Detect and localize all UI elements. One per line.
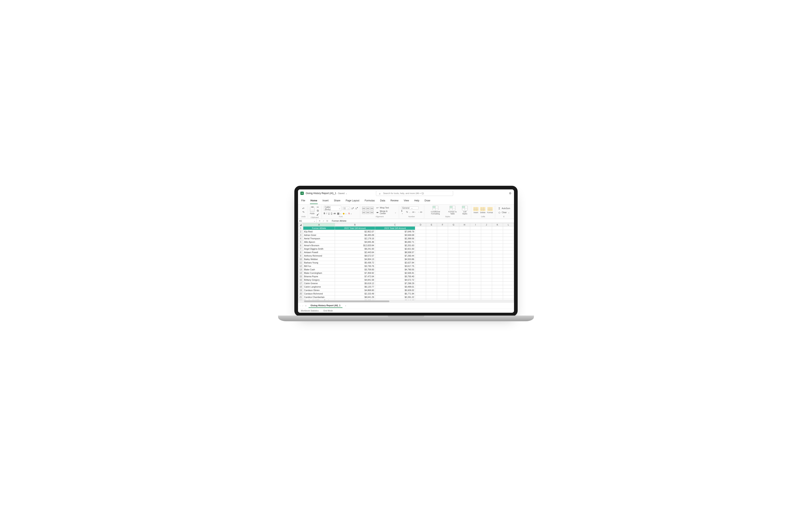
cell[interactable] (503, 282, 514, 285)
row-header[interactable]: 17 (298, 282, 303, 285)
cell[interactable]: $4,790.55 (375, 268, 415, 271)
cell[interactable] (459, 275, 470, 278)
cell[interactable] (503, 244, 514, 247)
workbook-statistics-button[interactable]: Workbook Statistics (301, 310, 319, 312)
cell[interactable] (481, 261, 492, 265)
format-cells-button[interactable]: Format (487, 207, 493, 214)
cell[interactable] (415, 282, 426, 285)
cell[interactable]: $5,926.02 (375, 289, 415, 292)
cell[interactable] (426, 258, 437, 261)
cell[interactable] (459, 292, 470, 295)
cell[interactable]: $8,506.57 (375, 251, 415, 254)
cell-styles-button[interactable]: Cell Styles (461, 206, 469, 215)
cell[interactable] (448, 292, 459, 295)
delete-cells-button[interactable]: Delete (480, 207, 486, 214)
cell[interactable] (470, 244, 481, 247)
column-header-B[interactable]: B (335, 223, 375, 227)
cell[interactable] (426, 282, 437, 285)
row-header[interactable]: 9 (298, 254, 303, 258)
cell[interactable] (437, 261, 448, 265)
cell[interactable] (448, 268, 459, 271)
cell[interactable] (415, 271, 426, 275)
cell[interactable] (437, 289, 448, 292)
cell[interactable]: Antawn Powell (303, 251, 335, 254)
increase-decimal-button[interactable]: .00→ (412, 211, 416, 213)
cell[interactable] (492, 251, 503, 254)
menu-review[interactable]: Review (390, 198, 399, 204)
cell[interactable] (437, 230, 448, 233)
cell[interactable] (459, 282, 470, 285)
column-header-E[interactable]: E (426, 223, 437, 227)
cell[interactable]: $2,281.22 (375, 295, 415, 299)
cell[interactable] (415, 258, 426, 261)
column-header-K[interactable]: K (492, 223, 503, 227)
cell[interactable] (492, 247, 503, 251)
cell[interactable] (426, 251, 437, 254)
cell[interactable] (459, 244, 470, 247)
autosum-button[interactable]: ΣAutoSum (497, 207, 511, 210)
cell[interactable]: $3,617.75 (375, 265, 415, 268)
cell[interactable] (459, 295, 470, 299)
row-header[interactable]: 21 (298, 295, 303, 299)
cell[interactable]: A'ja Reid (303, 230, 335, 233)
cell[interactable] (481, 258, 492, 261)
row-header[interactable]: 6 (298, 244, 303, 247)
cell[interactable] (415, 295, 426, 299)
cell[interactable] (492, 240, 503, 244)
cell[interactable] (492, 289, 503, 292)
cell[interactable] (459, 285, 470, 289)
menu-file[interactable]: File (301, 198, 306, 204)
cell[interactable]: $3,569.08 (375, 233, 415, 237)
cell[interactable] (492, 258, 503, 261)
conditional-formatting-button[interactable]: Conditional Formatting (426, 206, 444, 215)
cell[interactable]: Allie Ajavon (303, 240, 335, 244)
cell[interactable]: $2,179.16 (335, 237, 375, 240)
cell[interactable] (448, 254, 459, 258)
cell[interactable] (459, 237, 470, 240)
cell[interactable] (448, 278, 459, 282)
cell[interactable] (481, 230, 492, 233)
cell[interactable] (503, 233, 514, 237)
column-header-F[interactable]: F (437, 223, 448, 227)
cell[interactable] (437, 292, 448, 295)
cell[interactable] (415, 278, 426, 282)
prev-sheet-button[interactable]: ‹ (300, 304, 300, 307)
column-header-G[interactable]: G (448, 223, 459, 227)
cell[interactable] (492, 275, 503, 278)
cell[interactable]: Calvin Greene (303, 282, 335, 285)
font-size-select[interactable]: 11⌄ (343, 207, 350, 210)
cell[interactable]: $7,649.79 (375, 230, 415, 233)
cell[interactable] (481, 233, 492, 237)
cell[interactable] (470, 237, 481, 240)
menu-insert[interactable]: Insert (322, 198, 329, 204)
cell[interactable] (437, 275, 448, 278)
cell[interactable] (470, 289, 481, 292)
cell[interactable] (503, 261, 514, 265)
cell[interactable] (426, 244, 437, 247)
row-header[interactable]: 12 (298, 265, 303, 268)
cell[interactable] (503, 285, 514, 289)
cell[interactable] (437, 265, 448, 268)
number-format-select[interactable]: General⌄ (401, 207, 419, 210)
bold-button[interactable]: B (324, 212, 325, 215)
cell[interactable] (481, 268, 492, 271)
cell[interactable] (481, 285, 492, 289)
cell[interactable] (415, 275, 426, 278)
double-underline-button[interactable]: D (331, 212, 332, 215)
cell[interactable]: Candace Obrien (303, 289, 335, 292)
cell[interactable]: Calvin Langhorne (303, 285, 335, 289)
name-box[interactable]: A1⌄ (298, 219, 317, 223)
cell[interactable]: $2,399.56 (375, 237, 415, 240)
cell[interactable] (492, 278, 503, 282)
cell[interactable] (448, 244, 459, 247)
cell[interactable] (426, 295, 437, 299)
row-header[interactable]: 15 (298, 275, 303, 278)
cell[interactable] (437, 247, 448, 251)
row-header[interactable]: 5 (298, 240, 303, 244)
cell[interactable]: $5,618.12 (335, 282, 375, 285)
cell[interactable] (415, 230, 426, 233)
column-header-I[interactable]: I (470, 223, 481, 227)
cell[interactable] (448, 240, 459, 244)
all-sheets-button[interactable]: ≡ (305, 304, 306, 307)
cell[interactable]: $2,443.64 (335, 251, 375, 254)
